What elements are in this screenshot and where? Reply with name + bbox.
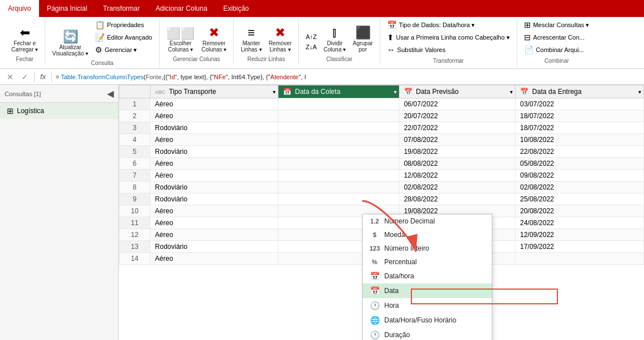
cell-tipo: Aéreo — [150, 134, 278, 146]
percentual-icon: % — [370, 259, 380, 265]
group-label-consulta: Consulta — [91, 60, 113, 66]
col-dropdown-previsao[interactable]: ▾ — [510, 89, 513, 95]
formula-separator2 — [51, 72, 52, 82]
btn-agrupar-por[interactable]: ⬛ Agruparpor — [350, 25, 375, 54]
dropdown-item-decimal[interactable]: 1.2Número Decimal — [363, 214, 492, 228]
cell-previsao: 07/08/2022 — [399, 134, 515, 146]
remover-linhas-icon: ✖ — [275, 27, 285, 39]
row-num-cell: 1 — [119, 98, 151, 110]
group-label-fechar: Fechar — [16, 56, 33, 62]
col-header-tipo-transporte[interactable]: ABC Tipo Transporte ▾ — [150, 85, 278, 98]
dropdown-item-inteiro[interactable]: 123Número Inteiro — [363, 242, 492, 255]
confirm-formula-btn[interactable]: ✓ — [19, 71, 31, 83]
moeda-label: Moeda — [384, 231, 485, 239]
col-header-data-entrega[interactable]: 📅 Data da Entrega ▾ — [515, 85, 643, 98]
remover-icon: ✖ — [209, 27, 219, 39]
menu-transformar[interactable]: Transformar — [95, 0, 148, 17]
cell-tipo: Rodoviário — [150, 146, 278, 158]
cell-entrega: 09/08/2022 — [515, 170, 643, 182]
cell-coleta — [278, 146, 399, 158]
duracao-icon: 🕐 — [370, 330, 380, 339]
cell-tipo: Aéreo — [150, 205, 278, 217]
cell-coleta — [278, 170, 399, 182]
dropdown-item-datahora[interactable]: 📅Data/hora — [363, 269, 492, 283]
btn-propriedades[interactable]: 📋 Propriedades — [93, 19, 146, 31]
fechar-icon: ⬅ — [20, 27, 30, 39]
col-icon-tipo: ABC — [155, 89, 166, 95]
dropdown-item-datahorafuso[interactable]: 🌐Data/Hora/Fuso Horário — [363, 313, 492, 328]
table-row: 2 Aéreo 20/07/2022 18/07/2022 — [119, 110, 644, 122]
cancel-formula-btn[interactable]: ✕ — [5, 71, 16, 83]
row-num-cell: 4 — [119, 134, 151, 146]
menu-bar: Arquivo Página Inicial Transformar Adici… — [0, 0, 644, 17]
row-num-cell: 13 — [119, 241, 151, 253]
menu-adicionar-coluna[interactable]: Adicionar Coluna — [148, 0, 215, 17]
table-row: 9 Rodoviário 28/08/2022 25/08/2022 — [119, 193, 644, 205]
dropdown-item-percentual[interactable]: %Percentual — [363, 255, 492, 269]
menu-arquivo[interactable]: Arquivo — [0, 0, 39, 17]
cell-tipo: Aéreo — [150, 170, 278, 182]
btn-gerenciar[interactable]: ⚙ Gerenciar ▾ — [93, 44, 139, 55]
ribbon: ⬅ Fechar eCarregar ▾ Fechar 🔄 AtualizarV… — [0, 17, 644, 69]
btn-atualizar[interactable]: 🔄 AtualizarVisualização ▾ — [50, 29, 91, 58]
btn-escolher-colunas[interactable]: ⬜⬜ EscolherColunas ▾ — [164, 27, 197, 54]
cell-tipo: Rodoviário — [150, 122, 278, 134]
cell-tipo: Rodoviário — [150, 241, 278, 253]
manter-label: ManterLinhas ▾ — [241, 40, 261, 53]
sidebar-item-logistica[interactable]: ⊞ Logística — [0, 103, 118, 119]
col-label-coleta: Data da Coleta — [295, 88, 340, 96]
btn-asc[interactable]: A↑Z — [303, 32, 319, 41]
dropdown-item-moeda[interactable]: $Moeda — [363, 228, 492, 242]
fechar-label: Fechar eCarregar ▾ — [11, 40, 38, 53]
cell-entrega: 18/07/2022 — [515, 122, 643, 134]
dropdown-item-hora[interactable]: 🕐Hora — [363, 298, 492, 313]
btn-editor-avancado[interactable]: 📝 Editor Avançado — [93, 32, 154, 43]
table-row: 5 Rodoviário 19/08/2022 22/08/2022 — [119, 146, 644, 158]
col-header-rownum — [119, 85, 151, 98]
substituir-icon: ↔ — [387, 45, 395, 54]
cell-tipo: Rodoviário — [150, 182, 278, 193]
btn-combinar[interactable]: 📄 Combinar Arqui... — [522, 44, 586, 55]
group-label-combinar: Combinar — [544, 58, 569, 64]
gerenciar-label: Gerenciar ▾ — [105, 46, 137, 54]
btn-fechar-carregar[interactable]: ⬅ Fechar eCarregar ▾ — [9, 25, 40, 54]
sidebar-header: Consultas [1] ◀ — [0, 85, 118, 103]
btn-mesclar[interactable]: ⊞ Mesclar Consultas ▾ — [522, 19, 592, 31]
combinar-label: Combinar Arqui... — [536, 46, 584, 53]
cell-tipo: Aéreo — [150, 217, 278, 229]
btn-desc[interactable]: Z↓A — [303, 42, 319, 51]
btn-dividir-coluna[interactable]: ⫿ DividirColuna ▾ — [321, 25, 348, 54]
cell-coleta — [278, 98, 399, 110]
sidebar-collapse-btn[interactable]: ◀ — [107, 88, 114, 99]
dropdown-item-duracao[interactable]: 🕐Duração — [363, 328, 492, 340]
formula-content[interactable]: = Table.TransformColumnTypes(Fonte,{{"Id… — [55, 74, 639, 80]
col-dropdown-entrega[interactable]: ▾ — [638, 89, 641, 95]
primeira-linha-icon: ⬆ — [387, 33, 394, 42]
cell-coleta — [278, 193, 399, 205]
cell-tipo: Aéreo — [150, 110, 278, 122]
cell-previsao: 06/07/2022 — [399, 98, 515, 110]
col-dropdown-tipo[interactable]: ▾ — [273, 89, 276, 95]
btn-acrescentar[interactable]: ⊟ Acrescentar Con... — [522, 32, 587, 43]
acrescentar-icon: ⊟ — [524, 33, 531, 42]
menu-exibicao[interactable]: Exibição — [215, 0, 256, 17]
row-num-cell: 11 — [119, 217, 151, 229]
btn-manter-linhas[interactable]: ≡ ManterLinhas ▾ — [238, 25, 264, 54]
btn-primeira-linha[interactable]: ⬆ Usar a Primeira Linha como Cabeçalho ▾ — [385, 32, 512, 43]
col-header-data-coleta[interactable]: 📅 Data da Coleta ▾ — [278, 85, 399, 98]
cell-previsao: 02/08/2022 — [399, 182, 515, 193]
dropdown-item-data[interactable]: 📅Data — [363, 283, 492, 298]
menu-pagina-inicial[interactable]: Página Inicial — [39, 0, 95, 17]
sidebar: Consultas [1] ◀ ⊞ Logística — [0, 85, 119, 340]
escolher-icon: ⬜⬜ — [166, 28, 195, 39]
cell-entrega: 05/08/2022 — [515, 158, 643, 170]
btn-remover-linhas[interactable]: ✖ RemoverLinhas ▾ — [267, 25, 294, 54]
editor-icon: 📝 — [95, 33, 105, 42]
btn-tipo-dados[interactable]: 📅 Tipo de Dados: Data/hora ▾ — [385, 19, 478, 31]
btn-remover-colunas[interactable]: ✖ RemoverColunas ▾ — [199, 25, 229, 54]
mesclar-label: Mesclar Consultas ▾ — [533, 21, 590, 29]
btn-substituir[interactable]: ↔ Substituir Valores — [385, 44, 448, 55]
col-dropdown-coleta[interactable]: ▾ — [394, 89, 397, 95]
col-header-data-previsao[interactable]: 📅 Data Previsão ▾ — [399, 85, 515, 98]
table-row: 4 Aéreo 07/08/2022 10/08/2022 — [119, 134, 644, 146]
